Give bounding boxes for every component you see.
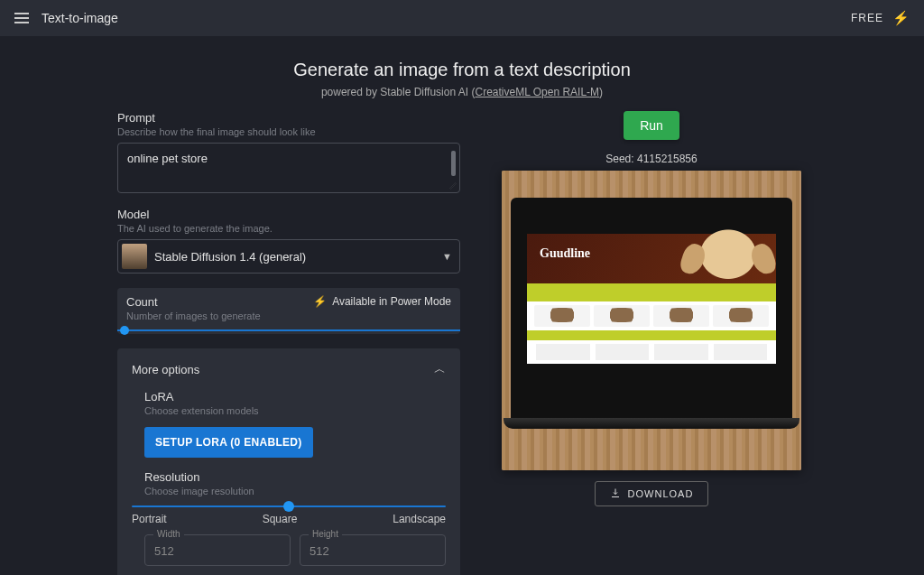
more-options-panel: More options ︿ LoRA Choose extension mod… (117, 348, 460, 575)
count-slider[interactable] (117, 329, 460, 331)
resize-handle-icon[interactable] (449, 182, 457, 190)
license-link[interactable]: CreativeML Open RAIL-M (475, 86, 599, 98)
height-input[interactable] (300, 534, 446, 566)
scrollbar-icon[interactable] (451, 151, 456, 176)
resolution-portrait[interactable]: Portrait (132, 513, 167, 525)
chevron-up-icon: ︿ (434, 361, 446, 377)
mock-logo: Guudline (540, 246, 590, 261)
app-title: Text-to-image (42, 11, 118, 25)
model-selected: Stable Diffusion 1.4 (general) (154, 250, 306, 264)
more-options-toggle[interactable]: More options ︿ (132, 361, 446, 377)
topbar: Text-to-image FREE ⚡ (0, 0, 924, 36)
page-subtitle: powered by Stable Diffusion AI (Creative… (321, 86, 603, 98)
chevron-down-icon: ▼ (442, 251, 452, 262)
resolution-sub: Choose image resolution (144, 486, 446, 496)
width-input[interactable] (144, 534, 291, 566)
model-thumbnail (122, 244, 147, 269)
setup-lora-button[interactable]: SETUP LORA (0 ENABLED) (144, 427, 313, 458)
prompt-input[interactable]: online pet store (117, 143, 460, 193)
dog-icon (688, 227, 769, 287)
lora-label: LoRA (144, 390, 446, 403)
resolution-label: Resolution (144, 470, 446, 484)
prompt-label: Prompt (117, 111, 460, 125)
resolution-slider[interactable] (132, 505, 446, 507)
count-panel: Count Number of images to generate ⚡ Ava… (117, 288, 460, 334)
power-mode-badge[interactable]: ⚡ Available in Power Mode (313, 295, 451, 308)
count-label: Count (126, 295, 299, 309)
lora-sub: Choose extension models (144, 405, 446, 416)
output-image[interactable]: Guudline (502, 171, 801, 470)
model-select[interactable]: Stable Diffusion 1.4 (general) ▼ (117, 239, 460, 274)
width-label: Width (153, 529, 184, 539)
model-sub: The AI used to generate the image. (117, 223, 460, 234)
run-button[interactable]: Run (624, 111, 679, 140)
plan-badge: FREE (851, 12, 883, 24)
model-label: Model (117, 208, 460, 221)
resolution-square[interactable]: Square (263, 513, 298, 525)
bolt-icon[interactable]: ⚡ (892, 10, 910, 26)
count-sub: Number of images to generate (126, 311, 299, 321)
page-title: Generate an image from a text descriptio… (293, 60, 631, 80)
bolt-icon: ⚡ (313, 295, 327, 308)
height-label: Height (309, 529, 342, 539)
resolution-landscape[interactable]: Landscape (393, 513, 446, 525)
menu-icon[interactable] (14, 13, 29, 23)
prompt-sub: Describe how the final image should look… (117, 126, 460, 137)
download-button[interactable]: DOWNLOAD (595, 481, 709, 506)
download-icon (610, 487, 621, 500)
seed-text: Seed: 4115215856 (605, 153, 697, 165)
